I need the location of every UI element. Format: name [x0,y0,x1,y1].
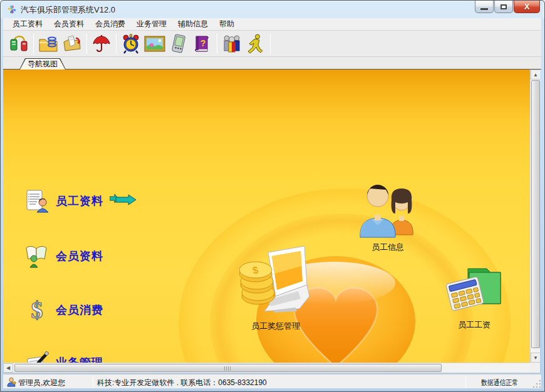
nav-label: 员工资料 [56,193,103,209]
window-title: 汽车俱乐部管理系统V12.0 [21,4,115,16]
nav-item-member-data[interactable]: 会员资料 [24,244,103,269]
nav-label: 会员资料 [56,249,103,264]
vertical-scroll-thumb[interactable] [531,80,540,348]
exit-walker-icon[interactable] [244,33,267,55]
tab-navigation-view[interactable]: 导航视图 [19,58,66,70]
shortcut-label: 员工信息 [371,242,404,253]
menu-member-consumption[interactable]: 会员消费 [90,18,131,31]
status-separator [465,376,466,388]
umbrella-icon[interactable] [90,33,113,55]
nav-item-employee-data[interactable]: 员工资料 [24,188,137,214]
menu-member-data[interactable]: 会员资料 [48,18,90,31]
maximize-icon [501,4,507,9]
minimize-icon [480,8,488,10]
shortcut-label: 员工工资 [458,319,490,331]
help-book-icon[interactable]: ? [190,33,214,55]
tab-label: 导航视图 [28,59,58,70]
shortcut-label: 员工奖惩管理 [251,321,300,332]
resize-grip[interactable] [533,379,541,388]
notepad-pen-icon [24,350,49,363]
status-marquee: 科技:专业开发定做软件 . 联系电话：0635-8332190 [97,378,267,388]
nav-item-member-consumption[interactable]: $ 会员消费 [24,297,103,322]
scroll-down-button[interactable]: ▼ [531,353,540,363]
calculator-folder-icon [444,265,504,317]
two-people-icon [355,177,420,240]
titlebar[interactable]: 汽车俱乐部管理系统V12.0 X [1,1,544,18]
shortcut-salary[interactable]: 员工工资 [442,265,507,331]
status-welcome: 管理员,欢迎您 [18,378,65,388]
menu-employee-data[interactable]: 员工资料 [7,18,48,31]
nav-item-business-management[interactable]: 业务管理 [24,350,103,363]
nav-label: 业务管理 [56,355,103,363]
scroll-left-button[interactable]: ◀ [3,363,13,373]
menu-business-management[interactable]: 业务管理 [131,18,172,31]
window-border-bottom [1,388,544,391]
nav-label: 会员消费 [56,302,103,317]
scroll-up-button[interactable]: ▲ [531,70,540,80]
scrollbar-corner [530,363,540,373]
employee-card-icon [24,188,49,214]
navigation-canvas: 员工资料 会员资料 [3,70,540,363]
member-book-icon [24,244,49,269]
status-comm: 数据通信正常 [481,378,518,388]
comm-phones-icon[interactable] [7,33,31,55]
toolbar-separator [217,34,217,54]
selected-arrow-icon [110,192,137,210]
admin-user-icon [6,377,16,387]
zip-folder-icon[interactable] [36,33,60,55]
horizontal-scrollbar[interactable]: ◀ [3,363,530,373]
window-border-left [1,18,3,389]
toolbar: ? [3,31,543,57]
tab-bar: 导航视图 [3,57,543,70]
window-border-right [541,18,544,389]
svg-text:$: $ [31,297,43,322]
toolbar-separator [116,34,117,54]
menu-auxiliary-info[interactable]: 辅助信息 [172,18,214,31]
laptop-coins-icon: $ [239,244,312,319]
pda-icon[interactable] [167,33,190,55]
people-group-icon[interactable] [220,33,244,55]
thumb-grip [224,366,232,371]
toolbar-separator [33,34,34,54]
shortcut-employee-info[interactable]: 员工信息 [353,177,423,253]
horizontal-scroll-thumb[interactable] [14,364,442,372]
status-bar: 管理员,欢迎您 科技:专业开发定做软件 . 联系电话：0635-8332190 … [3,374,543,389]
status-separator [93,376,93,388]
close-icon: X [524,3,530,11]
shortcut-reward-management[interactable]: $ 员工奖惩管理 [239,244,313,332]
close-button[interactable]: X [514,1,540,13]
menu-bar: 员工资料 会员资料 会员消费 业务管理 辅助信息 帮助 [3,18,543,31]
toolbar-separator [86,34,87,54]
maximize-button[interactable] [494,1,513,13]
dollar-icon: $ [24,297,49,322]
menu-help[interactable]: 帮助 [214,18,240,31]
app-window: 汽车俱乐部管理系统V12.0 X 员工资料 会员资料 会员消费 业务管理 辅助信… [0,0,545,392]
vertical-scrollbar[interactable]: ▲ ▼ [530,70,540,363]
pinwheel-icon [7,4,17,14]
toolbar-separator [270,34,271,54]
extract-folder-icon[interactable] [60,33,84,55]
minimize-button[interactable] [475,1,494,13]
svg-text:?: ? [200,38,206,48]
alarm-clock-icon[interactable] [119,33,143,55]
picture-icon[interactable] [143,33,167,55]
